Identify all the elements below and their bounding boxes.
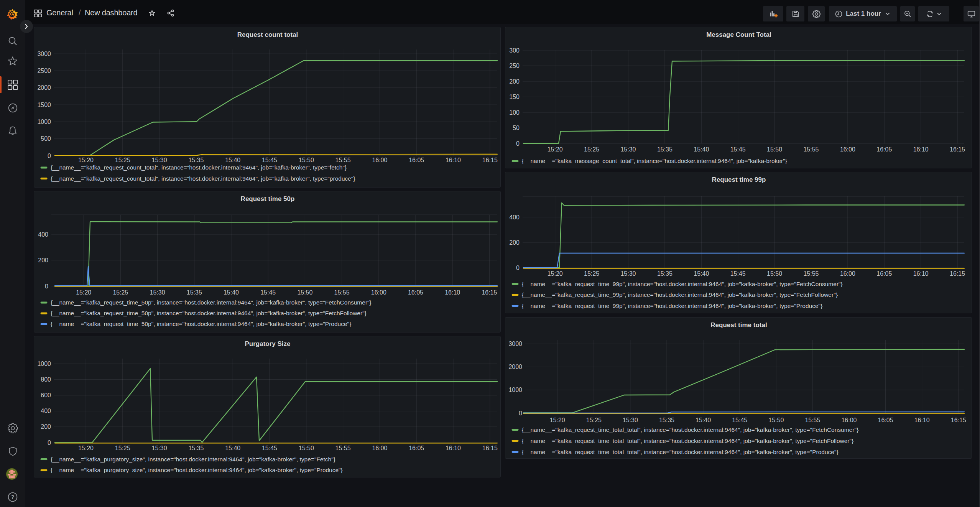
svg-text:15:50: 15:50 xyxy=(767,146,782,153)
svg-text:200: 200 xyxy=(38,257,48,263)
svg-text:300: 300 xyxy=(509,47,520,54)
svg-text:{__name__="kafka_request_time_: {__name__="kafka_request_time_99p", inst… xyxy=(522,291,838,298)
svg-text:16:15: 16:15 xyxy=(482,289,497,296)
svg-text:16:05: 16:05 xyxy=(409,445,424,451)
svg-text:15:30: 15:30 xyxy=(152,157,167,163)
svg-text:16:10: 16:10 xyxy=(445,289,460,296)
svg-text:15:55: 15:55 xyxy=(803,270,819,277)
svg-text:15:50: 15:50 xyxy=(299,445,314,451)
svg-text:15:50: 15:50 xyxy=(297,289,312,296)
svg-text:200: 200 xyxy=(41,423,51,430)
svg-text:100: 100 xyxy=(509,109,520,116)
svg-text:16:00: 16:00 xyxy=(371,289,386,296)
svg-text:15:30: 15:30 xyxy=(620,270,636,277)
svg-text:15:20: 15:20 xyxy=(548,146,563,153)
svg-text:15:20: 15:20 xyxy=(550,417,565,423)
svg-text:15:35: 15:35 xyxy=(657,146,673,153)
svg-text:15:40: 15:40 xyxy=(224,289,239,296)
svg-text:400: 400 xyxy=(509,214,520,221)
svg-text:16:05: 16:05 xyxy=(409,157,424,163)
svg-text:1000: 1000 xyxy=(37,119,51,125)
svg-text:15:20: 15:20 xyxy=(78,157,94,163)
svg-text:15:25: 15:25 xyxy=(584,270,599,277)
svg-text:15:25: 15:25 xyxy=(115,445,130,451)
svg-text:15:40: 15:40 xyxy=(694,270,709,277)
svg-text:0: 0 xyxy=(48,440,51,446)
svg-text:16:10: 16:10 xyxy=(913,146,929,153)
svg-text:{__name__="kafka_request_time_: {__name__="kafka_request_time_99p", inst… xyxy=(522,281,843,287)
svg-text:1500: 1500 xyxy=(37,102,51,108)
svg-text:16:00: 16:00 xyxy=(840,270,855,277)
svg-text:16:10: 16:10 xyxy=(914,417,930,423)
svg-text:15:35: 15:35 xyxy=(657,270,673,277)
svg-text:600: 600 xyxy=(41,392,51,398)
svg-text:Request time total: Request time total xyxy=(710,321,767,329)
svg-text:Request count total: Request count total xyxy=(237,31,298,38)
svg-text:15:50: 15:50 xyxy=(767,270,782,277)
svg-text:16:05: 16:05 xyxy=(876,270,892,277)
svg-text:15:45: 15:45 xyxy=(732,417,747,423)
svg-text:16:00: 16:00 xyxy=(841,417,857,423)
svg-text:1000: 1000 xyxy=(508,387,522,393)
svg-text:15:40: 15:40 xyxy=(694,146,709,153)
svg-text:15:20: 15:20 xyxy=(548,270,563,277)
svg-text:50: 50 xyxy=(513,125,520,131)
svg-text:15:30: 15:30 xyxy=(150,289,165,296)
svg-text:15:30: 15:30 xyxy=(620,146,636,153)
svg-text:200: 200 xyxy=(509,239,520,246)
svg-text:{__name__="kafka_request_time_: {__name__="kafka_request_time_total_tota… xyxy=(522,438,853,444)
svg-text:16:15: 16:15 xyxy=(950,146,965,153)
svg-text:15:35: 15:35 xyxy=(188,445,204,451)
svg-text:15:30: 15:30 xyxy=(152,445,167,451)
svg-text:15:40: 15:40 xyxy=(696,417,711,423)
svg-text:16:15: 16:15 xyxy=(951,417,966,423)
svg-text:15:25: 15:25 xyxy=(113,289,128,296)
svg-text:0: 0 xyxy=(45,283,48,290)
svg-text:{__name__="kafka_request_time_: {__name__="kafka_request_time_50p", inst… xyxy=(51,310,367,316)
svg-text:Message Count Total: Message Count Total xyxy=(706,31,771,38)
svg-text:2000: 2000 xyxy=(37,84,51,91)
svg-text:16:15: 16:15 xyxy=(482,157,498,163)
svg-text:16:10: 16:10 xyxy=(446,157,461,163)
svg-text:15:50: 15:50 xyxy=(299,157,314,163)
svg-text:15:20: 15:20 xyxy=(76,289,91,296)
svg-text:16:05: 16:05 xyxy=(408,289,423,296)
svg-text:15:55: 15:55 xyxy=(334,289,350,296)
svg-text:400: 400 xyxy=(38,231,48,238)
svg-text:{__name__="kafka_request_time_: {__name__="kafka_request_time_total_tota… xyxy=(522,449,839,455)
svg-text:Request time 50p: Request time 50p xyxy=(241,195,295,202)
svg-text:16:00: 16:00 xyxy=(372,157,387,163)
svg-text:{__name__="kafka_request_time_: {__name__="kafka_request_time_99p", inst… xyxy=(522,303,822,309)
svg-text:16:10: 16:10 xyxy=(913,270,929,277)
svg-text:1000: 1000 xyxy=(37,360,51,367)
svg-text:0: 0 xyxy=(516,265,520,271)
svg-text:15:45: 15:45 xyxy=(260,289,276,296)
svg-text:16:05: 16:05 xyxy=(878,417,893,423)
svg-text:15:55: 15:55 xyxy=(335,157,351,163)
svg-text:15:35: 15:35 xyxy=(188,157,204,163)
svg-text:15:35: 15:35 xyxy=(659,417,674,423)
svg-text:0: 0 xyxy=(48,153,51,159)
svg-text:16:05: 16:05 xyxy=(876,146,892,153)
svg-text:16:15: 16:15 xyxy=(482,445,498,451)
svg-text:{__name__="kafka_request_count: {__name__="kafka_request_count_total", i… xyxy=(51,164,347,171)
svg-text:15:45: 15:45 xyxy=(730,270,746,277)
svg-text:15:55: 15:55 xyxy=(335,445,351,451)
svg-text:3000: 3000 xyxy=(508,341,522,347)
svg-text:15:50: 15:50 xyxy=(768,417,784,423)
svg-text:{__name__="kafka_message_count: {__name__="kafka_message_count_total", i… xyxy=(522,158,787,164)
svg-text:15:40: 15:40 xyxy=(225,157,240,163)
svg-text:{__name__="kafka_request_count: {__name__="kafka_request_count_total", i… xyxy=(51,175,355,182)
svg-text:15:45: 15:45 xyxy=(262,157,277,163)
svg-text:15:35: 15:35 xyxy=(187,289,202,296)
svg-text:2000: 2000 xyxy=(508,364,522,370)
svg-text:{__name__="kafka_purgatory_siz: {__name__="kafka_purgatory_size", instan… xyxy=(51,467,343,473)
svg-text:16:15: 16:15 xyxy=(950,270,965,277)
svg-text:{__name__="kafka_request_time_: {__name__="kafka_request_time_50p", inst… xyxy=(51,299,372,306)
svg-text:15:45: 15:45 xyxy=(730,146,746,153)
svg-text:400: 400 xyxy=(41,408,51,414)
svg-text:15:25: 15:25 xyxy=(586,417,602,423)
svg-text:{__name__="kafka_purgatory_siz: {__name__="kafka_purgatory_size", instan… xyxy=(51,456,335,463)
svg-text:15:20: 15:20 xyxy=(78,445,94,451)
svg-text:Purgatory Size: Purgatory Size xyxy=(245,340,290,347)
